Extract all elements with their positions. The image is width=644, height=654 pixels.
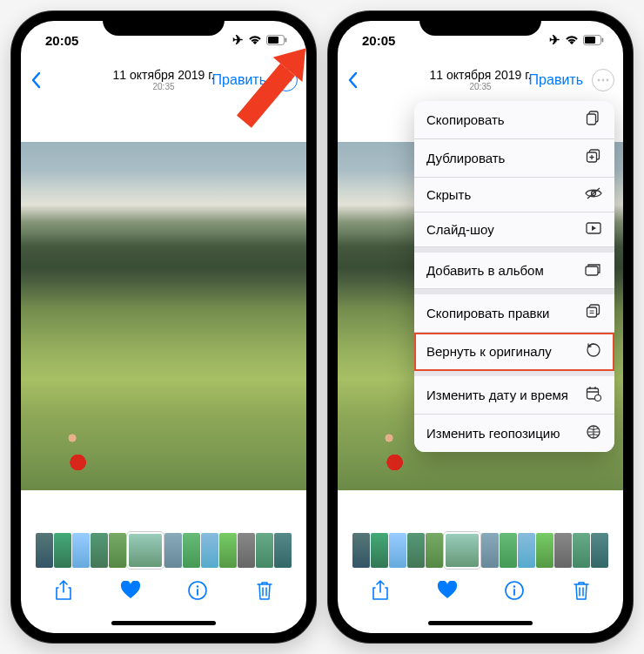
favorite-button[interactable] (117, 581, 144, 603)
thumbnail[interactable] (72, 533, 90, 568)
photo-image (21, 142, 306, 490)
svg-point-11 (598, 79, 600, 82)
thumbnail[interactable] (371, 533, 388, 568)
photo-time: 20:35 (113, 82, 215, 91)
info-button[interactable] (184, 581, 211, 603)
menu-hide[interactable]: Скрыть (414, 178, 614, 212)
thumbnail[interactable] (518, 533, 535, 568)
location-icon (585, 424, 602, 442)
share-button[interactable] (50, 580, 77, 604)
thumbnail[interactable] (481, 533, 499, 568)
airplane-icon: ✈︎ (232, 32, 244, 48)
thumbnail[interactable] (554, 533, 572, 568)
delete-button[interactable] (251, 580, 278, 604)
heart-icon (437, 581, 458, 600)
status-icons: ✈︎ (549, 32, 604, 48)
thumbnail[interactable] (183, 533, 200, 568)
menu-label: Скопировать (426, 112, 505, 127)
svg-rect-10 (602, 38, 604, 43)
thumbnail[interactable] (91, 533, 108, 568)
status-time: 20:05 (45, 33, 78, 48)
copy-icon (585, 111, 602, 129)
svg-rect-25 (587, 307, 597, 317)
edit-button[interactable]: Править (529, 72, 583, 88)
back-button[interactable] (30, 71, 56, 89)
thumbnail-strip[interactable] (338, 530, 623, 570)
heart-icon (120, 581, 141, 600)
svg-point-13 (607, 79, 609, 82)
thumbnail[interactable] (109, 533, 126, 568)
thumbnail[interactable] (591, 533, 608, 568)
svg-point-15 (513, 585, 514, 587)
notch (103, 11, 225, 36)
play-icon (585, 222, 602, 237)
thumbnail-strip[interactable] (21, 530, 306, 570)
nav-bar: 11 октября 2019 г. 20:35 Править (338, 59, 623, 101)
thumbnail-selected[interactable] (444, 532, 480, 569)
thumbnail[interactable] (219, 533, 237, 568)
svg-rect-23 (586, 266, 598, 275)
trash-icon (256, 580, 273, 601)
menu-slideshow[interactable]: Слайд-шоу (414, 212, 614, 247)
thumbnail[interactable] (536, 533, 553, 568)
svg-point-7 (196, 585, 198, 587)
more-button[interactable] (592, 69, 614, 91)
thumbnail[interactable] (256, 533, 273, 568)
chevron-left-icon (346, 71, 359, 89)
wifi-icon (248, 35, 262, 45)
menu-label: Скопировать правки (426, 306, 549, 320)
menu-label: Скрыть (426, 187, 471, 202)
photo-time: 20:35 (430, 82, 532, 91)
thumbnail[interactable] (352, 533, 370, 568)
svg-point-12 (602, 79, 605, 82)
revert-icon (585, 342, 602, 361)
ellipsis-icon (597, 78, 609, 82)
menu-change-date[interactable]: Изменить дату и время (414, 376, 614, 415)
thumbnail[interactable] (426, 533, 443, 568)
menu-change-location[interactable]: Изменить геопозицию (414, 415, 614, 452)
thumbnail[interactable] (238, 533, 255, 568)
thumbnail[interactable] (201, 533, 218, 568)
notch (419, 11, 541, 36)
menu-duplicate[interactable]: Дублировать (414, 139, 614, 178)
home-indicator[interactable] (338, 614, 623, 633)
share-button[interactable] (366, 580, 394, 604)
thumbnail[interactable] (164, 533, 182, 568)
thumbnail[interactable] (274, 533, 292, 568)
thumbnail[interactable] (573, 533, 590, 568)
svg-rect-9 (585, 37, 595, 44)
thumbnail[interactable] (389, 533, 406, 568)
menu-copy-edits[interactable]: Скопировать правки (414, 294, 614, 333)
photo-date: 11 октября 2019 г. (113, 69, 215, 82)
thumbnail-selected[interactable] (127, 532, 164, 569)
info-button[interactable] (500, 581, 528, 603)
menu-label: Изменить геопозицию (426, 426, 560, 441)
status-icons: ✈︎ (232, 32, 287, 48)
chevron-left-icon (30, 71, 42, 89)
menu-copy[interactable]: Скопировать (414, 101, 614, 139)
back-button[interactable] (346, 71, 372, 89)
status-time: 20:05 (362, 33, 395, 48)
photo-view[interactable] (21, 101, 306, 530)
thumbnail[interactable] (36, 533, 53, 568)
wifi-icon (565, 35, 579, 45)
home-indicator[interactable] (21, 614, 306, 633)
nav-right: Править (529, 69, 614, 91)
menu-revert-original[interactable]: Вернуть к оригиналу (414, 333, 614, 371)
menu-label: Дублировать (426, 151, 505, 165)
nav-title: 11 октября 2019 г. 20:35 (113, 69, 215, 91)
thumbnail[interactable] (407, 533, 425, 568)
info-icon (505, 581, 524, 600)
thumbnail[interactable] (500, 533, 517, 568)
menu-label: Слайд-шоу (426, 222, 494, 237)
delete-button[interactable] (567, 580, 595, 604)
menu-add-to-album[interactable]: Добавить в альбом (414, 253, 614, 289)
hide-icon (585, 187, 602, 202)
menu-label: Изменить дату и время (426, 388, 568, 402)
context-menu: Скопировать Дублировать Скрыть Слайд-шоу (414, 101, 614, 452)
phone-left: 20:05 ✈︎ 11 октября 2019 г. 20:35 Правит… (11, 11, 316, 643)
thumbnail[interactable] (54, 533, 71, 568)
trash-icon (573, 580, 590, 601)
airplane-icon: ✈︎ (549, 32, 560, 48)
favorite-button[interactable] (433, 581, 461, 603)
